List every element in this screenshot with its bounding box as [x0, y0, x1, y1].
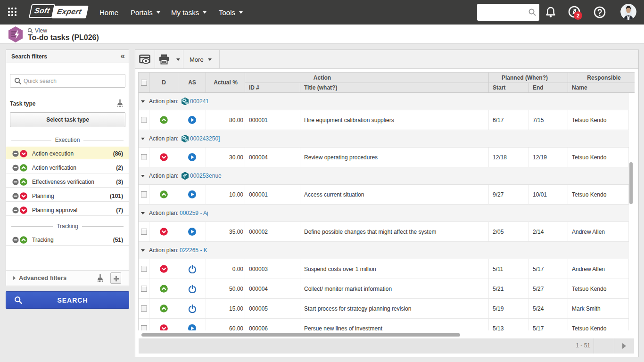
col-header-title[interactable]: Title (what?) [300, 82, 489, 92]
row-checkbox[interactable] [141, 229, 147, 235]
cell-actual-pct: 30.00 [206, 148, 245, 167]
filter-item-effectiveness-verification[interactable]: Effectiveness verification (3) [6, 175, 129, 188]
user-avatar[interactable] [620, 4, 636, 20]
collapse-group-icon[interactable] [141, 249, 145, 252]
direction-down-icon [160, 153, 168, 161]
help-icon[interactable] [593, 5, 607, 19]
tasks-grid: D AS Actual % Action Planned (When?) Res… [138, 72, 635, 330]
cell-end: 2/14 [529, 222, 568, 241]
cell-start: 12/18 [489, 148, 529, 167]
cell-select [139, 222, 149, 241]
cell-deadline [149, 222, 178, 241]
task-row: 60.00 000006 Persue new lines of investm… [139, 319, 629, 330]
cell-activity-status [178, 222, 206, 241]
col-header-as[interactable]: AS [178, 73, 206, 92]
row-checkbox[interactable] [141, 266, 147, 272]
quick-search-input[interactable] [24, 74, 123, 87]
clear-task-type-icon[interactable] [116, 99, 124, 107]
row-checkbox[interactable] [141, 191, 147, 197]
col-header-start[interactable]: Start [489, 82, 529, 92]
collapse-panel-icon[interactable]: « [121, 51, 125, 61]
nav-home[interactable]: Home [99, 0, 118, 25]
add-filter-button[interactable] [110, 272, 121, 284]
collapse-group-icon[interactable] [141, 212, 145, 214]
filter-item-action-execution[interactable]: Action execution (86) [6, 147, 129, 159]
next-page-arrow-icon [622, 343, 626, 349]
search-filters-panel: Search filters « Task type Select task t… [6, 49, 129, 286]
col-header-id[interactable]: ID # [245, 82, 300, 92]
filter-item-action-verification[interactable]: Action verification (2) [6, 161, 129, 173]
status-down-icon [20, 192, 27, 200]
horizontal-scrollbar-thumb[interactable] [141, 333, 460, 337]
remove-filter-icon[interactable] [12, 193, 19, 199]
cell-title: Suspend costs over 1 million [300, 259, 489, 279]
filter-item-label: Planning approval [32, 207, 77, 214]
row-checkbox[interactable] [141, 154, 147, 160]
search-button[interactable]: SEARCH [6, 291, 129, 309]
group-prefix-label: Action plan: [149, 98, 179, 105]
collapse-group-icon[interactable] [141, 100, 145, 103]
action-plan-swoosh-icon [181, 172, 189, 180]
row-checkbox[interactable] [141, 325, 147, 330]
action-plan-link[interactable]: 000253enue [190, 173, 222, 179]
activity-play-icon [188, 324, 196, 330]
remove-filter-icon[interactable] [12, 165, 19, 171]
cell-title: Persue new lines of investment [300, 319, 489, 330]
cell-deadline [149, 148, 178, 167]
row-checkbox[interactable] [141, 286, 147, 292]
action-plan-link[interactable]: 000243250] [190, 135, 220, 142]
filter-item-label: Effectiveness verification [32, 179, 94, 185]
filter-item-label: Action execution [32, 150, 74, 157]
action-plan-link[interactable]: 022265 - K [180, 247, 207, 254]
col-header-d[interactable]: D [149, 73, 178, 92]
select-all-checkbox[interactable] [141, 80, 147, 86]
print-button[interactable] [155, 50, 183, 69]
cell-select [139, 279, 149, 298]
data-view-button[interactable] [135, 50, 155, 69]
advanced-filters-label[interactable]: Advanced filters [19, 274, 66, 281]
cell-id: 000001 [245, 185, 300, 204]
row-checkbox[interactable] [141, 305, 147, 312]
task-type-label: Task type [10, 100, 35, 107]
advanced-filters-expand-icon[interactable] [13, 276, 16, 280]
filter-item-planning-approval[interactable]: Planning approval (7) [6, 203, 129, 216]
next-page-button[interactable] [614, 338, 634, 354]
select-task-type-button[interactable]: Select task type [10, 112, 125, 127]
filter-item-tracking[interactable]: Tracking (51) [6, 233, 129, 246]
remove-filter-icon[interactable] [12, 237, 19, 243]
filter-item-planning[interactable]: Planning (101) [6, 189, 129, 202]
search-icon[interactable] [528, 8, 537, 16]
task-row: 35.00 000002 Define possible changes tha… [139, 222, 629, 242]
remove-filter-icon[interactable] [12, 207, 19, 214]
group-row: Action plan: 000241 [139, 93, 629, 110]
cell-end: 5/24 [529, 299, 568, 318]
cell-name: Mark Smith [568, 299, 629, 318]
nav-my-tasks[interactable]: My tasks [171, 0, 206, 25]
cell-title: Start process for strategy planning revi… [300, 299, 489, 318]
action-plan-link[interactable]: 000241 [190, 98, 209, 105]
clear-filters-icon[interactable] [96, 274, 104, 282]
col-header-name[interactable]: Name [568, 82, 629, 92]
col-header-actual-pct[interactable]: Actual % [206, 73, 245, 92]
nav-tools[interactable]: Tools [219, 0, 243, 25]
notifications-bell-icon[interactable] [544, 5, 558, 19]
col-header-end[interactable]: End [529, 82, 568, 92]
vertical-scrollbar-thumb[interactable] [629, 162, 633, 204]
action-plan-link[interactable]: 000259 - Ap [180, 210, 208, 216]
suite-compass-icon[interactable]: 2 [567, 5, 581, 19]
cell-select [139, 148, 149, 167]
more-button[interactable]: More [183, 50, 220, 69]
collapse-group-icon[interactable] [141, 138, 145, 140]
remove-filter-icon[interactable] [12, 150, 19, 157]
print-options-caret-icon[interactable] [176, 58, 180, 61]
cell-name: Tetsuo Kendo [568, 185, 629, 204]
more-caret-icon [208, 58, 212, 61]
global-search-input[interactable] [481, 4, 528, 20]
cell-activity-status [178, 185, 206, 204]
cell-id: 000003 [245, 259, 300, 279]
collapse-group-icon[interactable] [141, 175, 145, 177]
filter-item-count: (86) [113, 150, 123, 157]
nav-portals[interactable]: Portals [131, 0, 160, 25]
remove-filter-icon[interactable] [12, 179, 19, 185]
row-checkbox[interactable] [141, 117, 147, 123]
